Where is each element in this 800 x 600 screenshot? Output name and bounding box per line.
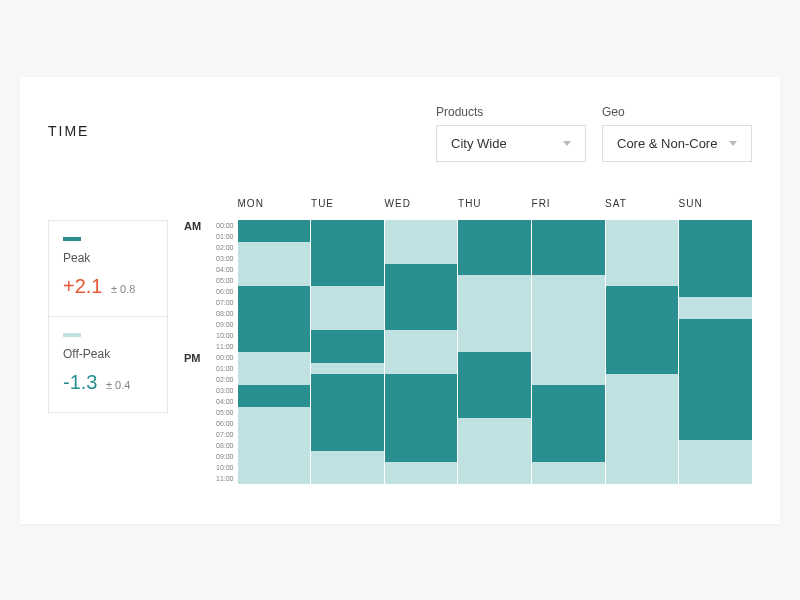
heatmap-cell [385, 231, 458, 242]
heatmap-cell [311, 264, 384, 275]
hour-tick: 04:00 [216, 264, 234, 275]
heatmap-cell [238, 319, 311, 330]
hour-tick: 07:00 [216, 429, 234, 440]
heatmap-cell [458, 220, 531, 231]
hour-tick: 10:00 [216, 462, 234, 473]
heatmap-cell [385, 253, 458, 264]
heatmap-cell [532, 330, 605, 341]
heatmap-cell [238, 286, 311, 297]
heatmap-grid: MONTUEWEDTHUFRISATSUN [238, 198, 752, 484]
heatmap-cell [606, 275, 679, 286]
heatmap-cell [238, 231, 311, 242]
day-headers: MONTUEWEDTHUFRISATSUN [238, 198, 752, 220]
period-labels: AM PM [184, 220, 212, 484]
heatmap-cell [679, 253, 752, 264]
heatmap-cell [606, 242, 679, 253]
heatmap-cell [606, 407, 679, 418]
heatmap-cell [606, 374, 679, 385]
heatmap-cell [606, 297, 679, 308]
heatmap-cell [385, 275, 458, 286]
heatmap-cell [238, 242, 311, 253]
heatmap-cell [606, 352, 679, 363]
main: Peak +2.1 ± 0.8 Off-Peak -1.3 ± 0.4 AM P… [48, 198, 752, 484]
heatmap-cell [532, 429, 605, 440]
heatmap-cell [311, 275, 384, 286]
heatmap-cell [311, 363, 384, 374]
heatmap-cell [606, 473, 679, 484]
heatmap-cell [679, 231, 752, 242]
heatmap-cell [458, 473, 531, 484]
heatmap-cell [238, 264, 311, 275]
hour-tick: 01:00 [216, 231, 234, 242]
heatmap-cell [679, 308, 752, 319]
heatmap-cell [606, 264, 679, 275]
heatmap-cell [238, 330, 311, 341]
heatmap-cell [238, 297, 311, 308]
heatmap-cell [311, 220, 384, 231]
heatmap-cell [532, 363, 605, 374]
filter-products-select[interactable]: City Wide [436, 125, 586, 162]
hour-tick: 03:00 [216, 385, 234, 396]
filters: Products City Wide Geo Core & Non-Core [436, 105, 752, 162]
heatmap-cell [532, 352, 605, 363]
heatmap-cell [311, 440, 384, 451]
heatmap-cell [238, 407, 311, 418]
heatmap-cell [606, 462, 679, 473]
heatmap-cell [311, 462, 384, 473]
heatmap-cell [679, 286, 752, 297]
heatmap-cell [458, 319, 531, 330]
heatmap-cell [606, 418, 679, 429]
heatmap-cell [458, 242, 531, 253]
heatmap-cell [679, 330, 752, 341]
heatmap-cell [532, 264, 605, 275]
heatmap-cell [238, 374, 311, 385]
heatmap-cell [458, 440, 531, 451]
heatmap-cell [532, 418, 605, 429]
day-column [238, 220, 311, 484]
heatmap-cell [458, 374, 531, 385]
heatmap-cell [458, 330, 531, 341]
heatmap-cell [385, 264, 458, 275]
heatmap-cell [385, 330, 458, 341]
heatmap-cell [311, 253, 384, 264]
day-column [311, 220, 384, 484]
heatmap-cell [679, 385, 752, 396]
heatmap-cell [679, 396, 752, 407]
hour-tick: 08:00 [216, 440, 234, 451]
period-pm-label: PM [184, 352, 212, 364]
filter-geo-select[interactable]: Core & Non-Core [602, 125, 752, 162]
heatmap-cell [238, 385, 311, 396]
heatmap-cell [532, 396, 605, 407]
heatmap-cell [532, 220, 605, 231]
heatmap-cell [606, 451, 679, 462]
heatmap-cell [385, 286, 458, 297]
chevron-down-icon [563, 141, 571, 146]
top-row: TIME Products City Wide Geo Core & Non-C… [48, 105, 752, 162]
heatmap-columns [238, 220, 752, 484]
filter-geo-value: Core & Non-Core [617, 136, 717, 151]
heatmap-cell [311, 330, 384, 341]
heatmap-cell [532, 242, 605, 253]
heatmap-cell [238, 429, 311, 440]
hour-tick: 02:00 [216, 374, 234, 385]
day-header: WED [385, 198, 459, 220]
heatmap-cell [385, 220, 458, 231]
hour-tick: 00:00 [216, 352, 234, 363]
heatmap-cell [311, 407, 384, 418]
heatmap-cell [679, 363, 752, 374]
heatmap-cell [385, 242, 458, 253]
heatmap-cell [606, 220, 679, 231]
hour-tick: 08:00 [216, 308, 234, 319]
heatmap-cell [532, 319, 605, 330]
heatmap-cell [311, 319, 384, 330]
day-header: THU [458, 198, 532, 220]
heatmap-cell [606, 253, 679, 264]
heatmap-cell [532, 385, 605, 396]
heatmap-cell [458, 341, 531, 352]
heatmap-cell [532, 231, 605, 242]
heatmap-cell [458, 231, 531, 242]
heatmap-cell [679, 440, 752, 451]
heatmap-cell [679, 407, 752, 418]
hour-tick: 05:00 [216, 407, 234, 418]
heatmap-cell [679, 473, 752, 484]
